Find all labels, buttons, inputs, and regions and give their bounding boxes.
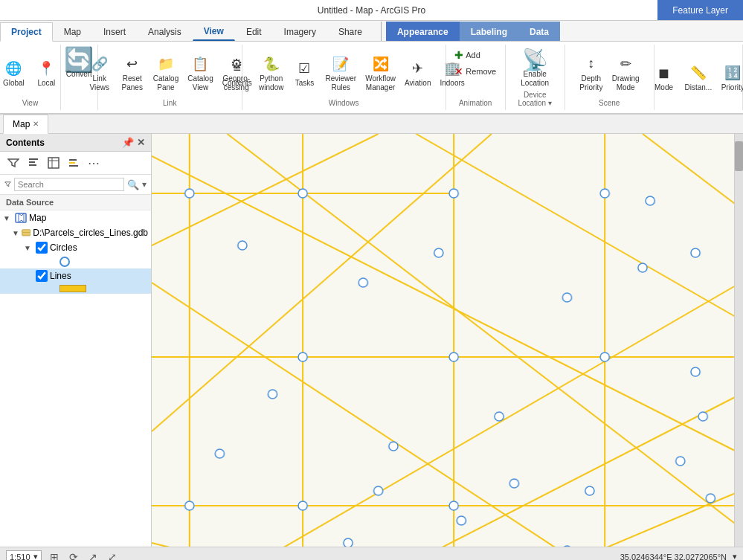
mode-button[interactable]: ◼ Mode: [649, 61, 679, 94]
global-icon: 🌐: [3, 58, 24, 79]
zoom-to-extent-button[interactable]: ⊞: [48, 550, 61, 561]
search-dropdown-icon[interactable]: ▾: [142, 179, 147, 190]
scrollbar-thumb[interactable]: [735, 141, 743, 171]
drawing-mode-button[interactable]: ✏ DrawingMode: [609, 52, 643, 94]
scale-selector[interactable]: 1:510 ▾: [6, 550, 42, 560]
ribbon-group-animation: ✚ Add ✕ Remove Animation: [446, 45, 506, 110]
map-layer-label: Map: [29, 213, 46, 223]
priority-icon: 🔢: [722, 62, 743, 83]
tree-item-gdb[interactable]: ▼ D:\Parcels_circles_Lines.gdb: [0, 225, 151, 240]
feature-layer-label: Feature Layer: [657, 0, 743, 20]
tree-item-lines[interactable]: Lines: [0, 268, 151, 283]
lines-symbol: [59, 285, 86, 292]
gdb-label: D:\Parcels_circles_Lines.gdb: [33, 228, 148, 238]
map-tab[interactable]: Map ✕: [3, 115, 48, 134]
map-canvas[interactable]: [152, 134, 743, 547]
tree-item-map[interactable]: ▼ Map: [0, 210, 151, 225]
reviewer-button[interactable]: 📝 ReviewerRules: [322, 52, 359, 94]
search-input[interactable]: [14, 178, 124, 191]
contents-header: Contents 📌 ✕: [0, 134, 151, 152]
python-button[interactable]: 🐍 Pythonwindow: [256, 52, 286, 94]
tree-arrow-circles: ▼: [24, 244, 36, 252]
view-icons-row: 🌐 Global 📍 Local: [0, 48, 61, 97]
status-bar: 1:510 ▾ ⊞ ⟳ ↗ ⤢ 35.0246344°E 32.0272065°…: [0, 547, 743, 560]
circles-checkbox[interactable]: [36, 242, 48, 254]
tab-share[interactable]: Share: [327, 22, 373, 41]
tab-appearance[interactable]: Appearance: [386, 22, 460, 41]
app-title: Untitled - Map - ArcGIS Pro: [318, 5, 425, 16]
circles-symbol-row: [0, 255, 151, 268]
svg-rect-3: [48, 158, 59, 168]
filter-tool-button[interactable]: [4, 154, 22, 172]
depth-priority-icon: ↕: [581, 54, 602, 74]
windows-group-label: Windows: [329, 97, 359, 107]
map-tab-label: Map: [13, 119, 30, 129]
link-views-icon: 🔗: [89, 54, 110, 74]
global-button[interactable]: 🌐 Global: [0, 57, 28, 89]
tab-imagery[interactable]: Imagery: [273, 22, 327, 41]
layer-tree: Data Source ▼ Map ▼ D:\Parcels_circles_L…: [0, 195, 151, 547]
python-icon: 🐍: [261, 54, 282, 74]
local-button[interactable]: 📍 Local: [31, 57, 61, 89]
lines-symbol-row: [0, 283, 151, 294]
main-area: Contents 📌 ✕: [0, 134, 743, 547]
svg-rect-11: [22, 230, 30, 232]
local-icon: 📍: [36, 58, 57, 79]
mode-icons-row: ◼ Mode 📏 Distan... 🔢 Priority: [649, 48, 744, 107]
ribbon-group-scene: ↕ DepthPriority ✏ DrawingMode Scene: [565, 45, 654, 110]
drawing-mode-icon: ✏: [615, 54, 636, 74]
animation-group-label: Animation: [459, 97, 492, 107]
draw-order-button[interactable]: [65, 154, 83, 172]
contents-pin-icon[interactable]: 📌: [122, 137, 134, 148]
search-icon: 🔍: [127, 179, 139, 190]
map-tab-close[interactable]: ✕: [33, 120, 39, 128]
tab-labeling[interactable]: Labeling: [460, 22, 518, 41]
svg-rect-1: [29, 161, 35, 163]
info-button[interactable]: ⤢: [106, 550, 119, 561]
device-location-group-label: Device Location ▾: [512, 89, 559, 107]
lines-label: Lines: [50, 271, 71, 281]
navigate-button[interactable]: ⟳: [67, 550, 80, 561]
ribbon-group-view: 🌐 Global 📍 Local View: [0, 45, 61, 110]
workflow-button[interactable]: 🔀 WorkflowManager: [362, 52, 399, 94]
tab-map[interactable]: Map: [53, 22, 92, 41]
table-view-icon: [48, 157, 59, 169]
tab-insert[interactable]: Insert: [92, 22, 137, 41]
mode-icon: ◼: [654, 62, 675, 83]
tree-arrow-gdb: ▼: [12, 229, 22, 237]
catalog-view-button[interactable]: 📋 CatalogView: [184, 52, 216, 94]
tab-project[interactable]: Project: [0, 22, 53, 42]
list-view-button[interactable]: [25, 154, 42, 172]
geoprocessing-button[interactable]: ⚙ Geopro-cessing: [219, 52, 253, 94]
tab-analysis[interactable]: Analysis: [137, 22, 193, 41]
link-views-button[interactable]: 🔗 LinkViews: [85, 52, 115, 94]
scale-dropdown-icon[interactable]: ▾: [33, 552, 38, 560]
coords-dropdown-icon[interactable]: ▾: [733, 552, 737, 560]
aviation-button[interactable]: ✈ Aviation: [402, 57, 434, 89]
tasks-button[interactable]: ☑ Tasks: [289, 57, 319, 89]
options-button[interactable]: ⋯: [85, 154, 103, 172]
ribbon-tabs: Project Map Insert Analysis View Edit Im…: [0, 21, 743, 42]
distance-button[interactable]: 📏 Distan...: [682, 61, 715, 94]
contents-close-icon[interactable]: ✕: [137, 137, 145, 148]
catalog-pane-button[interactable]: 📁 CatalogPane: [150, 52, 181, 94]
lines-checkbox[interactable]: [36, 270, 48, 282]
tab-edit[interactable]: Edit: [235, 22, 273, 41]
reset-panes-button[interactable]: ↩ ResetPanes: [118, 52, 147, 94]
vertical-scrollbar[interactable]: [734, 134, 743, 547]
tab-view[interactable]: View: [193, 22, 235, 41]
bookmark-button[interactable]: ↗: [86, 550, 100, 561]
table-view-button[interactable]: [45, 154, 62, 172]
add-button[interactable]: ✚ Add: [450, 48, 501, 62]
scale-value: 1:510: [10, 553, 30, 561]
tree-item-circles[interactable]: ▼ Circles: [0, 240, 151, 255]
ribbon: 🌐 Global 📍 Local View 🔄 Convert 🔗 LinkVi…: [0, 42, 743, 115]
section-header-data-source: Data Source: [0, 195, 151, 210]
tab-data[interactable]: Data: [518, 22, 560, 41]
remove-button[interactable]: ✕ Remove: [450, 64, 501, 79]
priority-button[interactable]: 🔢 Priority: [718, 61, 743, 94]
circles-label: Circles: [50, 242, 77, 253]
tasks-icon: ☑: [294, 58, 315, 79]
depth-priority-button[interactable]: ↕ DepthPriority: [576, 52, 606, 94]
enable-location-button[interactable]: 📡 EnableLocation: [512, 48, 557, 89]
